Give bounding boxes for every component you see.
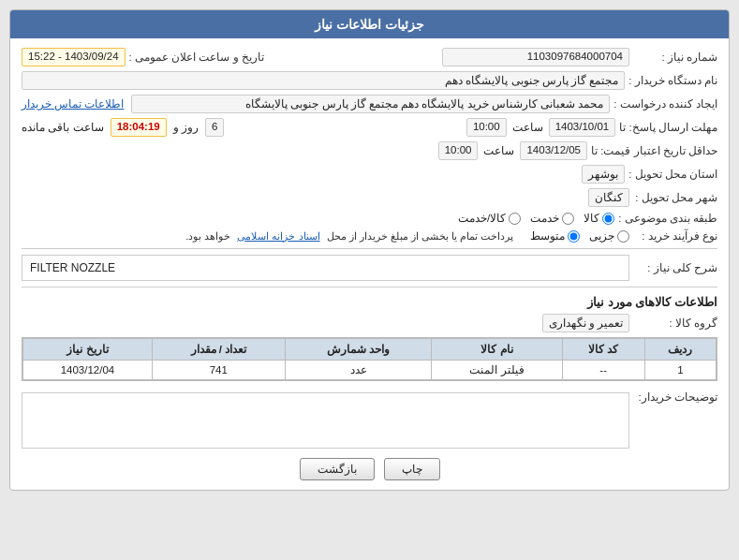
divider-1 [22,248,717,249]
kala-table-wrapper: ردیف کد کالا نام کالا واحد شمارش تعداد /… [22,337,717,381]
nam-dastgah-label: نام دستگاه خریدار : [628,74,717,87]
cell-count: 741 [152,361,285,380]
shahr-value: کنگان [588,188,629,207]
kala-table: ردیف کد کالا نام کالا واحد شمارش تعداد /… [22,338,717,380]
cell-name: فیلتر المنت [432,361,562,380]
row-tozih: توضیحات خریدار: [22,389,717,449]
buttons-row: چاپ بازگشت [22,458,717,480]
nooe-end: خواهد بود. [185,230,230,243]
cell-unit: عدد [285,361,432,380]
ijad-link[interactable]: اطلاعات تماس خریدار [22,97,124,111]
nooe-farayand-label: نوع فرآیند خرید : [633,229,717,243]
mohlet-days: 6 [205,118,224,137]
sharh-value: FILTER NOZZLE [22,255,629,281]
row-ijad: ایجاد کننده درخواست : محمد شعبانی کارشنا… [22,95,717,113]
tabaqe-khedmat-label: خدمت [530,212,559,225]
row-tabaqe: طبقه بندی موضوعی : کالا خدمت کالا/خدمت [22,212,717,225]
tarikh-label: تاریخ و ساعت اعلان عمومی : [129,51,264,64]
hadaghal-label: حداقل تاریخ اعتبار قیمت: تا [591,144,717,157]
mohlet-time: 10:00 [466,118,507,137]
col-code: کد کالا [562,339,644,361]
ostan-value: بوشهر [582,165,625,184]
tarikh-value: 1403/09/24 - 15:22 [22,48,126,66]
nooe-motavasset-label: متوسط [530,229,565,243]
tabaqe-radio-group: کالا خدمت کالا/خدمت [458,212,614,225]
cell-radif: 1 [644,361,716,380]
shomare-value: 1103097684000704 [442,48,629,66]
nooe-link[interactable]: اسناد خزانه اسلامی [237,230,319,243]
ijad-label: ایجاد کننده درخواست : [613,97,717,111]
page-wrapper: جزئیات اطلاعات نیاز شماره نیاز : 1103097… [0,0,739,560]
tabaqe-label: طبقه بندی موضوعی : [618,212,717,225]
tabaqe-khedmat-option[interactable]: خدمت [530,212,574,225]
hadaghal-date: 1403/12/05 [520,141,587,160]
row-sharh: شرح کلی نیاز : FILTER NOZZLE [22,255,717,281]
row-nam-dastgah: نام دستگاه خریدار : مجتمع گاز پارس جنوبی… [22,71,717,90]
cell-date: 1403/12/04 [23,361,153,380]
row-nooe-farayand: نوع فرآیند خرید : جزیی متوسط پرداخت تمام… [22,229,717,243]
col-unit: واحد شمارش [285,339,432,361]
tabaqe-kala-label: کالا [584,212,599,225]
mohlet-label: مهلت ارسال پاسخ: تا [619,121,717,134]
group-label: گروه کالا : [633,317,717,330]
mohlet-remaining-label: ساعت باقی مانده [22,121,104,134]
shomare-label: شماره نیاز : [633,51,717,64]
row-shomare-tarikh: شماره نیاز : 1103097684000704 تاریخ و سا… [22,48,717,66]
panel-header: جزئیات اطلاعات نیاز [10,10,729,38]
main-panel: جزئیات اطلاعات نیاز شماره نیاز : 1103097… [9,9,730,491]
cell-code: -- [562,361,644,380]
divider-2 [22,287,717,287]
ijad-value: محمد شعبانی کارشناس خرید پالایشگاه دهم م… [131,95,610,113]
tabaqe-kala-radio[interactable] [602,213,614,225]
col-count: تعداد / مقدار [152,339,285,361]
panel-body: شماره نیاز : 1103097684000704 تاریخ و سا… [10,38,729,490]
shahr-label: شهر محل تحویل : [633,191,717,204]
nam-dastgah-value: مجتمع گاز پارس جنوبی پالایشگاه دهم [22,71,625,90]
table-row: 1--فیلتر المنتعدد7411403/12/04 [23,361,717,380]
tozih-label: توضیحات خریدار: [633,389,717,404]
print-button[interactable]: چاپ [384,458,440,480]
row-hadaghal: حداقل تاریخ اعتبار قیمت: تا 1403/12/05 س… [22,141,717,160]
col-name: نام کالا [432,339,562,361]
nooe-jozyi-radio[interactable] [617,230,629,243]
mohlet-day-label: روز و [173,121,199,134]
tabaqe-kala-khedmat-label: کالا/خدمت [458,212,506,225]
nooe-motavasset-radio[interactable] [568,230,580,243]
page-title: جزئیات اطلاعات نیاز [315,17,424,32]
col-radif: ردیف [644,339,716,361]
row-group: گروه کالا : تعمیر و نگهداری [22,314,717,332]
row-shahr: شهر محل تحویل : کنگان [22,188,717,207]
nooe-motavasset-option[interactable]: متوسط [530,229,580,243]
tozih-textarea[interactable] [22,392,629,449]
tabaqe-kala-khedmat-option[interactable]: کالا/خدمت [458,212,521,225]
ostan-label: استان محل تحویل : [628,168,717,181]
back-button[interactable]: بازگشت [300,458,375,480]
tabaqe-kala-khedmat-radio[interactable] [509,213,521,225]
mohlet-remaining: 18:04:19 [111,118,167,137]
mohlet-date: 1403/10/01 [549,118,616,137]
tabaqe-kala-option[interactable]: کالا [584,212,614,225]
sharh-label: شرح کلی نیاز : [633,261,717,274]
col-date: تاریخ نیاز [23,339,153,361]
nooe-jozyi-label: جزیی [589,229,614,243]
hadaghal-time: 10:00 [438,141,479,160]
nooe-jozyi-option[interactable]: جزیی [589,229,629,243]
kalahai-section-title: اطلاعات کالاهای مورد نیاز [22,295,717,309]
group-value: تعمیر و نگهداری [542,314,629,332]
row-mohlet: مهلت ارسال پاسخ: تا 1403/10/01 ساعت 10:0… [22,118,717,137]
nooe-note: پرداخت تمام یا بخشی از مبلغ خریدار از مح… [327,230,513,243]
row-ostan: استان محل تحویل : بوشهر [22,165,717,184]
nooe-farayand-radio-group: جزیی متوسط [530,229,629,243]
tabaqe-khedmat-radio[interactable] [562,213,574,225]
